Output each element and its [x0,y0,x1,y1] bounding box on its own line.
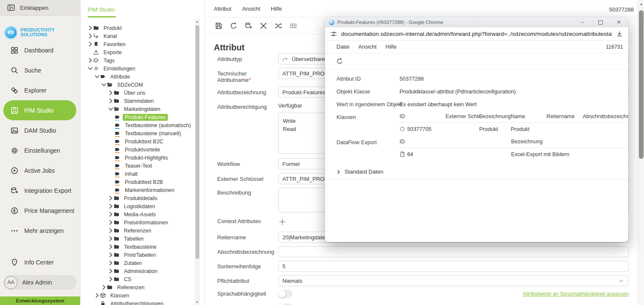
page-scrollbar-thumb[interactable] [639,10,644,159]
chevron-right-icon[interactable] [108,252,114,258]
chevron-right-icon[interactable] [108,244,114,250]
chevron-right-icon[interactable] [87,25,93,31]
save-button[interactable] [213,22,224,30]
pflichtattribut-input[interactable] [278,275,629,286]
tree-item-tabellen[interactable]: Tabellen [80,235,194,243]
menu-hilfe[interactable]: Hilfe [271,6,282,12]
tree-item-exporte[interactable]: Exporte [80,48,194,56]
refresh-icon[interactable] [336,58,343,65]
chevron-down-icon[interactable] [94,74,100,79]
sidebar-item-suche[interactable]: Suche [3,60,76,80]
tree-item-klassen[interactable]: Klassen [80,291,194,299]
sortierreihenfolge-input[interactable] [278,261,629,272]
tree-item-print-tabellen[interactable]: Print/Tabellen [80,251,194,259]
add-context-attribute-button[interactable] [278,218,287,226]
tree-item-teaser-text[interactable]: Teaser-Text [80,162,194,170]
chevron-right-icon[interactable] [108,195,114,201]
tree-item-administration[interactable]: Administration [80,267,194,275]
url-text[interactable]: documentation.sdzecom-internal.de/admin/… [341,31,612,37]
chevron-right-icon[interactable] [87,41,93,47]
close-button[interactable]: ✕ [611,17,627,27]
chevron-right-icon[interactable] [108,98,114,104]
tree-item-stammdaten[interactable]: Stammdaten [80,97,194,105]
chevron-right-icon[interactable] [87,33,93,39]
adjust-language-dependency-link[interactable]: Attributwerte an Sprachabhängigkeit anpa… [523,291,629,297]
chevron-right-icon[interactable] [87,58,93,63]
tree-scrollbar-thumb[interactable] [196,25,199,259]
popup-titlebar[interactable]: Produkt-Features (#50377288) - Google Ch… [325,17,628,27]
download-icon[interactable] [616,30,623,38]
tree-item-logistikdaten[interactable]: Logistikdaten [80,202,194,210]
tree-item-preisinformationen[interactable]: Preisinformationen [80,218,194,227]
tree-item-referenzen[interactable]: Referenzen [80,227,194,235]
refresh-button[interactable] [228,22,239,30]
page-scrollbar[interactable]: ▲ [638,0,644,305]
abschnittsbezeichnung-input[interactable] [278,246,629,257]
sidebar-item-mehr-anzeigen[interactable]: Mehr anzeigen [3,221,76,241]
chevron-right-icon[interactable] [108,268,114,274]
tree-item-sdzecom[interactable]: SDZeCOM [80,81,194,89]
tree-item-attribute[interactable]: Attribute [80,73,194,81]
tree-item-einstellungen[interactable]: Einstellungen [80,64,194,73]
tree-item-produktdetails[interactable]: Produktdetails [80,194,194,202]
tree-item-favoriten[interactable]: Favoriten [80,40,194,48]
tree-item-cs[interactable]: CS [80,275,194,283]
tree-item-inhalt[interactable]: Inhalt [80,170,194,178]
chevron-right-icon[interactable] [101,285,107,290]
tree-item-ber-uns[interactable]: Über uns [80,89,194,97]
chevron-right-icon[interactable] [108,203,114,209]
sidebar-item-integration-export[interactable]: Integration Export [3,180,76,200]
tree-item-produkttext-b2b[interactable]: Produkttext B2B [80,178,194,186]
user-menu[interactable]: AA Alex Admin [3,275,77,290]
chevron-down-icon[interactable] [87,66,93,71]
tree-item-produkt-highlights[interactable]: Produkt-Highlights [80,154,194,162]
sidebar-item-info-center[interactable]: Info Center [3,252,83,272]
tree-item-produktvorteile[interactable]: Produktvorteile [80,145,194,154]
popup-menu-ansicht[interactable]: Ansicht [358,44,377,50]
standard-daten-expander[interactable]: Standard Daten [325,168,628,180]
tree-item-textbausteine[interactable]: Textbausteine [80,243,194,251]
network-button[interactable] [258,22,269,30]
tree-item-textbausteine-manuell[interactable]: Textbausteine (manuell) [80,129,194,137]
tree-item-attributberechtigungen[interactable]: Attributberechtigungen [80,299,194,305]
scroll-up-icon[interactable]: ▲ [195,20,200,23]
minimize-button[interactable]: – [575,17,590,27]
tree-item-zutaten[interactable]: Zutaten [80,259,194,267]
chevron-right-icon[interactable] [108,228,114,233]
menu-attribut[interactable]: Attribut [214,6,231,12]
tree-item-media-assets[interactable]: Media-Assets [80,210,194,218]
chevron-down-icon[interactable] [101,82,107,87]
popup-menu-datei[interactable]: Datei [336,44,349,50]
chevron-right-icon[interactable] [108,236,114,241]
menu-ansicht[interactable]: Ansicht [242,6,260,12]
tree-item-produkt-features[interactable]: Produkt-Features [80,113,194,121]
tree-item-kanal[interactable]: Kanal [80,32,194,40]
sidebar-item-active-jobs[interactable]: Active Jobs [3,160,76,180]
tree-item-markeninformationen[interactable]: Markeninformationen [80,186,194,194]
chevron-right-icon[interactable] [108,260,114,266]
sidebar-item-dam-studio[interactable]: DAM Studio [3,120,76,140]
sidebar-collapse-button[interactable]: Einklappen [0,0,80,16]
chevron-right-icon[interactable] [108,276,114,282]
site-settings-icon[interactable] [330,30,337,38]
tab-pim-studio[interactable]: PIM Studio [88,6,116,17]
chevron-right-icon[interactable] [108,90,114,96]
sprachabh-ngigkeit-toggle[interactable] [278,290,292,298]
scroll-up-icon[interactable]: ▲ [638,2,644,6]
tree-item-tags[interactable]: Tags [80,56,194,64]
tree-item-referenzen[interactable]: Referenzen [80,283,194,291]
db-remove-button[interactable] [243,22,254,30]
shuffle-button[interactable] [273,22,284,30]
sidebar-item-pim-studio[interactable]: PIM Studio [3,100,76,120]
chevron-down-icon[interactable] [108,106,114,112]
sidebar-item-dashboard[interactable]: Dashboard [3,40,76,60]
tree-item-produkt[interactable]: Produkt [80,24,194,32]
chevron-right-icon[interactable] [108,220,114,225]
scroll-down-icon[interactable]: ▼ [195,301,200,304]
popup-menu-hilfe[interactable]: Hilfe [385,44,397,50]
sidebar-item-price-management[interactable]: €Price Management [3,200,76,221]
tree-item-marketingdaten[interactable]: Marketingdaten [80,105,194,113]
chevron-right-icon[interactable] [94,293,100,298]
sidebar-item-explorer[interactable]: Explorer [3,80,76,100]
grid-button[interactable] [288,22,299,30]
